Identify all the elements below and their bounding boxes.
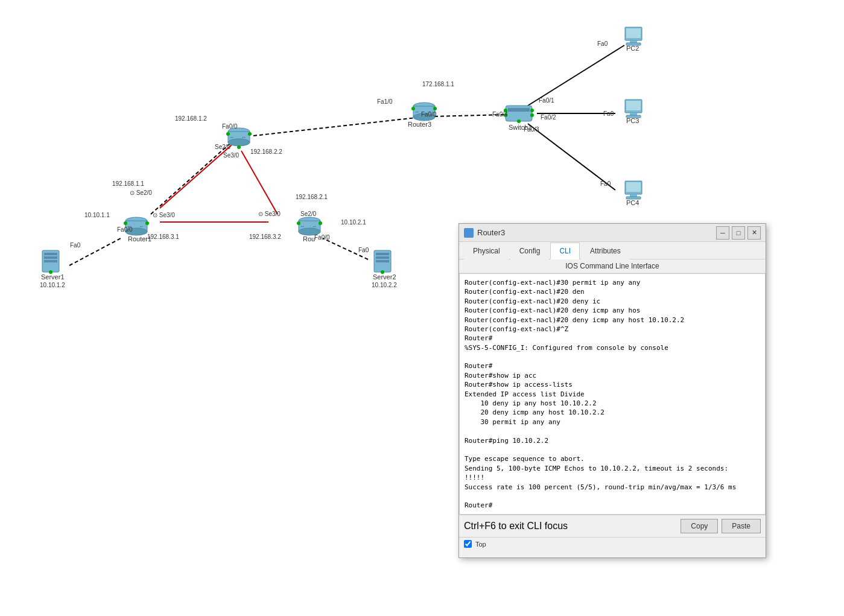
svg-text:Se2/0: Se2/0 bbox=[300, 211, 317, 217]
svg-text:Server2: Server2 bbox=[373, 273, 396, 281]
svg-text:192.168.3.1: 192.168.3.1 bbox=[147, 233, 179, 240]
svg-rect-53 bbox=[44, 253, 57, 255]
top-checkbox[interactable] bbox=[464, 540, 472, 548]
close-button[interactable]: ✕ bbox=[747, 226, 761, 240]
svg-text:↔: ↔ bbox=[414, 109, 419, 115]
svg-text:↔: ↔ bbox=[229, 135, 234, 140]
router-icon bbox=[464, 228, 474, 238]
svg-text:Fa0/2: Fa0/2 bbox=[541, 114, 556, 121]
svg-point-33 bbox=[124, 221, 127, 225]
svg-text:Fa0/1: Fa0/1 bbox=[539, 97, 554, 104]
svg-text:172.168.1.1: 172.168.1.1 bbox=[422, 81, 454, 87]
svg-text:PC4: PC4 bbox=[626, 199, 639, 206]
svg-text:10.10.1.1: 10.10.1.1 bbox=[84, 212, 110, 218]
svg-point-47 bbox=[530, 113, 534, 117]
minimize-button[interactable]: ─ bbox=[716, 226, 729, 240]
svg-rect-44 bbox=[506, 106, 532, 121]
svg-rect-55 bbox=[44, 260, 57, 262]
svg-point-34 bbox=[145, 221, 149, 225]
svg-text:Router3: Router3 bbox=[408, 121, 431, 128]
svg-rect-77 bbox=[626, 182, 641, 192]
svg-point-17 bbox=[433, 107, 437, 110]
tab-cli[interactable]: CLI bbox=[550, 243, 580, 259]
svg-text:PC3: PC3 bbox=[626, 117, 639, 124]
svg-text:↔: ↔ bbox=[312, 224, 317, 229]
tab-attributes[interactable]: Attributes bbox=[581, 243, 630, 259]
svg-text:Fa0: Fa0 bbox=[358, 247, 369, 253]
router3-window[interactable]: Router3 ─ □ ✕ Physical Config CLI Attrib… bbox=[458, 223, 766, 558]
svg-text:Fa0/0: Fa0/0 bbox=[421, 111, 437, 118]
top-checkbox-label: Top bbox=[475, 541, 486, 548]
window-title-left: Router3 bbox=[464, 228, 505, 238]
svg-text:192.168.1.1: 192.168.1.1 bbox=[112, 180, 144, 187]
svg-text:Fa0/4: Fa0/4 bbox=[492, 111, 508, 118]
svg-text:↔: ↔ bbox=[139, 224, 144, 229]
svg-rect-72 bbox=[626, 101, 641, 110]
cli-content: Router(config-ext-nacl)#30 perm Router(c… bbox=[465, 273, 760, 510]
svg-text:192.168.1.2: 192.168.1.2 bbox=[175, 115, 207, 122]
svg-rect-45 bbox=[508, 108, 530, 112]
cli-terminal[interactable]: Router(config-ext-nacl)#30 perm Router(c… bbox=[459, 273, 766, 515]
svg-point-25 bbox=[226, 132, 230, 136]
svg-text:↔: ↔ bbox=[241, 135, 246, 140]
svg-rect-54 bbox=[44, 256, 57, 259]
svg-text:⊙ Se3/0: ⊙ Se3/0 bbox=[258, 211, 281, 217]
svg-text:Fa0/0: Fa0/0 bbox=[314, 234, 330, 241]
paste-button[interactable]: Paste bbox=[722, 519, 761, 533]
svg-rect-60 bbox=[376, 253, 389, 255]
svg-point-46 bbox=[530, 109, 534, 112]
svg-text:Se3/0: Se3/0 bbox=[223, 152, 240, 159]
tab-physical[interactable]: Physical bbox=[464, 243, 509, 259]
svg-point-18 bbox=[411, 107, 415, 110]
svg-text:192.168.2.1: 192.168.2.1 bbox=[296, 194, 328, 200]
svg-rect-67 bbox=[626, 28, 641, 38]
svg-point-42 bbox=[319, 221, 322, 225]
svg-text:10.10.2.2: 10.10.2.2 bbox=[372, 282, 397, 288]
svg-text:Fa0: Fa0 bbox=[597, 40, 608, 47]
window-titlebar: Router3 ─ □ ✕ bbox=[459, 224, 766, 242]
ios-header: IOS Command Line Interface bbox=[459, 259, 766, 273]
svg-text:192.168.2.2: 192.168.2.2 bbox=[250, 148, 282, 155]
svg-point-50 bbox=[517, 119, 521, 123]
svg-text:Fa0/3: Fa0/3 bbox=[524, 126, 539, 133]
svg-text:⊙ Se3/0: ⊙ Se3/0 bbox=[153, 212, 175, 218]
svg-text:Fa1/0: Fa1/0 bbox=[377, 98, 393, 105]
window-title-text: Router3 bbox=[477, 228, 505, 237]
svg-text:Fa0: Fa0 bbox=[603, 110, 614, 117]
svg-text:Fa0/0: Fa0/0 bbox=[222, 123, 238, 130]
svg-text:10.10.2.1: 10.10.2.1 bbox=[341, 219, 366, 226]
tab-config[interactable]: Config bbox=[510, 243, 550, 259]
svg-text:⊙ Se2/0: ⊙ Se2/0 bbox=[130, 189, 152, 196]
svg-text:Rou: Rou bbox=[303, 235, 315, 243]
maximize-button[interactable]: □ bbox=[732, 226, 745, 240]
svg-point-41 bbox=[297, 221, 300, 225]
svg-text:Se2/0: Se2/0 bbox=[215, 144, 231, 150]
svg-text:Server1: Server1 bbox=[41, 273, 65, 281]
svg-rect-62 bbox=[376, 260, 389, 262]
window-controls: ─ □ ✕ bbox=[716, 226, 761, 240]
cli-footer: Ctrl+F6 to exit CLI focus Copy Paste bbox=[459, 515, 766, 537]
svg-text:Fa0: Fa0 bbox=[70, 242, 81, 249]
svg-text:192.168.3.2: 192.168.3.2 bbox=[249, 233, 281, 240]
svg-rect-61 bbox=[376, 256, 389, 259]
svg-rect-73 bbox=[630, 113, 637, 115]
svg-point-27 bbox=[237, 145, 241, 149]
copy-button[interactable]: Copy bbox=[681, 519, 718, 533]
svg-text:10.10.1.2: 10.10.1.2 bbox=[40, 282, 65, 288]
svg-rect-68 bbox=[630, 40, 637, 43]
svg-text:Fa0/0: Fa0/0 bbox=[117, 226, 133, 233]
svg-point-26 bbox=[248, 132, 252, 136]
svg-text:Fa0: Fa0 bbox=[600, 180, 611, 187]
footer-buttons: Copy Paste bbox=[681, 519, 761, 533]
svg-rect-78 bbox=[630, 194, 637, 197]
cli-hint: Ctrl+F6 to exit CLI focus bbox=[464, 521, 568, 532]
top-checkbox-row: Top bbox=[459, 537, 766, 550]
tab-bar: Physical Config CLI Attributes bbox=[459, 242, 766, 259]
svg-text:PC2: PC2 bbox=[626, 45, 639, 52]
svg-text:↔: ↔ bbox=[300, 224, 305, 229]
